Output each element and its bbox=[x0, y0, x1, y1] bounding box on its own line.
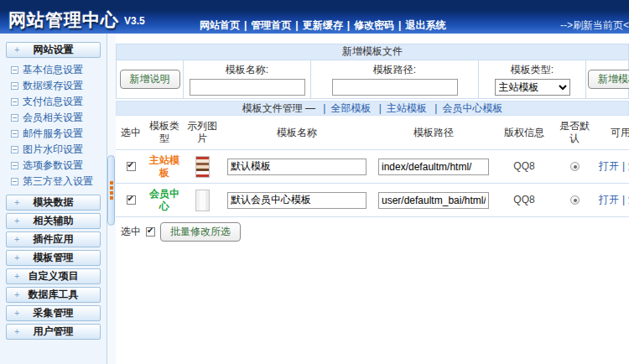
action-separator: | bbox=[622, 194, 625, 205]
row-template-type: 主站模板 bbox=[146, 153, 183, 180]
table-row: 会员中心 QQ8 打开|卸载 bbox=[116, 184, 629, 217]
template-name-input[interactable] bbox=[190, 79, 305, 96]
row-checkbox[interactable] bbox=[127, 195, 136, 205]
filter-member-center-templates[interactable]: 会员中心模板 bbox=[442, 102, 502, 114]
add-template-form: 新增说明 模板名称: 模板路径: 模板类型: 主站模板 新增模板 bbox=[117, 60, 628, 98]
app-title: 网站管理中心 bbox=[8, 10, 119, 29]
sidebar-group-custom-project[interactable]: +自定义项目 bbox=[6, 268, 101, 284]
col-copyright: 版权信息 bbox=[495, 122, 554, 143]
manager-title-bar: 模板文件管理 — |全部模板 |主站模板 |会员中心模板 bbox=[116, 101, 629, 116]
sidebar-item-data-cache-settings[interactable]: 数据缓存设置 bbox=[0, 78, 107, 94]
sidebar-item-member-related-settings[interactable]: 会员相关设置 bbox=[0, 110, 107, 126]
select-all-label: 选中 bbox=[121, 225, 141, 239]
filter-all-templates[interactable]: 全部模板 bbox=[330, 102, 371, 114]
manager-title: 模板文件管理 — bbox=[242, 102, 315, 114]
tree-node-icon bbox=[11, 146, 18, 153]
nav-separator: | bbox=[244, 19, 247, 31]
tree-node-icon bbox=[11, 114, 18, 122]
template-path-cell: 模板路径: bbox=[311, 60, 479, 98]
nav-logout[interactable]: 退出系统 bbox=[405, 19, 445, 31]
template-name-label: 模板名称: bbox=[226, 63, 268, 77]
filter-main-site-templates[interactable]: 主站模板 bbox=[387, 102, 427, 114]
sidebar-group-template-manage[interactable]: +模板管理 bbox=[6, 250, 101, 266]
row-template-path-input[interactable] bbox=[378, 159, 489, 175]
template-path-label: 模板路径: bbox=[373, 63, 416, 77]
row-template-name-input[interactable] bbox=[227, 159, 366, 175]
template-thumbnail bbox=[195, 190, 210, 211]
sidebar-group-database-tools[interactable]: +数据库工具 bbox=[6, 287, 101, 303]
template-type-label: 模板类型: bbox=[511, 63, 554, 77]
col-template-type: 模板类型 bbox=[146, 116, 183, 149]
batch-edit-button[interactable]: 批量修改所选 bbox=[160, 222, 241, 242]
sidebar-item-third-party-login-settings[interactable]: 第三方登入设置 bbox=[0, 174, 107, 190]
row-template-path-input[interactable] bbox=[378, 192, 489, 209]
filter-separator: | bbox=[379, 102, 382, 114]
row-copyright: QQ8 bbox=[495, 192, 554, 207]
sidebar-group-site-settings[interactable]: + 网站设置 bbox=[6, 42, 101, 58]
nav-site-home[interactable]: 网站首页 bbox=[200, 19, 240, 31]
sidebar-group-user-manage[interactable]: +用户管理 bbox=[6, 324, 101, 340]
add-note-button[interactable]: 新增说明 bbox=[120, 70, 180, 89]
sidebar-item-basic-info-settings[interactable]: 基本信息设置 bbox=[0, 62, 107, 78]
sidebar-group-plugin-app[interactable]: +插件应用 bbox=[6, 231, 101, 247]
nav-update-cache[interactable]: 更新缓存 bbox=[303, 19, 343, 31]
tree-node-icon bbox=[11, 66, 18, 74]
sidebar-group-related-assist[interactable]: +相关辅助 bbox=[6, 213, 101, 229]
top-nav: 网站首页|管理首页|更新缓存|修改密码|退出系统 bbox=[200, 18, 445, 33]
sidebar-site-settings-items: 基本信息设置 数据缓存设置 支付信息设置 会员相关设置 邮件服务设置 图片水印设… bbox=[0, 60, 107, 192]
sidebar-item-payment-info-settings[interactable]: 支付信息设置 bbox=[0, 94, 107, 110]
plus-icon: + bbox=[14, 216, 19, 226]
sidebar-group-module-data[interactable]: +模块数据 bbox=[6, 195, 101, 211]
nav-admin-home[interactable]: 管理首页 bbox=[251, 19, 291, 31]
plus-icon: + bbox=[14, 44, 19, 55]
sidebar-group-label: 网站设置 bbox=[34, 43, 74, 57]
sidebar-group-collect-manage[interactable]: +采集管理 bbox=[6, 305, 101, 321]
default-radio[interactable] bbox=[570, 195, 580, 205]
plus-icon: + bbox=[14, 308, 19, 318]
plus-icon: + bbox=[14, 234, 19, 244]
plus-icon: + bbox=[14, 271, 19, 281]
tree-node-icon bbox=[11, 162, 18, 169]
refresh-current-page-link[interactable]: -->刷新当前页<-- bbox=[560, 18, 629, 33]
tree-node-icon bbox=[11, 178, 18, 185]
nav-separator: | bbox=[398, 19, 401, 31]
add-template-button[interactable]: 新增模板 bbox=[588, 70, 629, 89]
row-template-name-input[interactable] bbox=[227, 192, 366, 209]
default-radio[interactable] bbox=[570, 162, 580, 171]
row-actions: 打开|卸载 bbox=[595, 159, 629, 174]
nav-separator: | bbox=[347, 19, 350, 31]
splitter-grip-icon bbox=[110, 181, 113, 200]
splitter-handle[interactable] bbox=[107, 155, 115, 226]
template-type-select[interactable]: 主站模板 bbox=[495, 79, 570, 96]
app-logo: 网站管理中心V3.5 bbox=[8, 8, 145, 32]
add-template-panel: 新增模板文件 新增说明 模板名称: 模板路径: 模板类型: 主站模板 bbox=[116, 44, 629, 99]
nav-change-password[interactable]: 修改密码 bbox=[354, 19, 394, 31]
template-thumbnail bbox=[195, 156, 210, 178]
template-path-input[interactable] bbox=[332, 79, 458, 96]
row-checkbox[interactable] bbox=[127, 162, 136, 171]
add-template-title: 新增模板文件 bbox=[342, 45, 403, 57]
open-template-link[interactable]: 打开 bbox=[599, 160, 619, 172]
col-is-default: 是否默认 bbox=[554, 116, 595, 149]
website-admin-app: 网站管理中心V3.5 网站首页|管理首页|更新缓存|修改密码|退出系统 -->刷… bbox=[0, 0, 629, 364]
filter-separator: | bbox=[434, 102, 437, 114]
col-template-name: 模板名称 bbox=[221, 122, 372, 143]
action-separator: | bbox=[622, 160, 625, 172]
template-manager-panel: 模板文件管理 — |全部模板 |主站模板 |会员中心模板 选中 模板类型 示列图… bbox=[116, 101, 629, 241]
sidebar-splitter[interactable] bbox=[107, 34, 116, 364]
add-template-title-bar: 新增模板文件 bbox=[117, 44, 628, 60]
table-footer: 选中 批量修改所选 bbox=[116, 217, 629, 241]
plus-icon: + bbox=[14, 289, 19, 299]
row-copyright: QQ8 bbox=[495, 159, 554, 174]
open-template-link[interactable]: 打开 bbox=[599, 194, 619, 205]
col-template-path: 模板路径 bbox=[372, 122, 495, 143]
sidebar-item-option-param-settings[interactable]: 选项参数设置 bbox=[0, 158, 107, 174]
sidebar-item-mail-service-settings[interactable]: 邮件服务设置 bbox=[0, 126, 107, 142]
sidebar-item-watermark-settings[interactable]: 图片水印设置 bbox=[0, 142, 107, 158]
tree-node-icon bbox=[11, 82, 18, 90]
tree-node-icon bbox=[11, 98, 18, 106]
table-row: 主站模板 QQ8 打开|卸载 bbox=[116, 150, 629, 184]
select-all-checkbox[interactable] bbox=[146, 227, 155, 237]
main-content: 新增模板文件 新增说明 模板名称: 模板路径: 模板类型: 主站模板 bbox=[116, 34, 629, 364]
plus-icon: + bbox=[14, 252, 19, 263]
